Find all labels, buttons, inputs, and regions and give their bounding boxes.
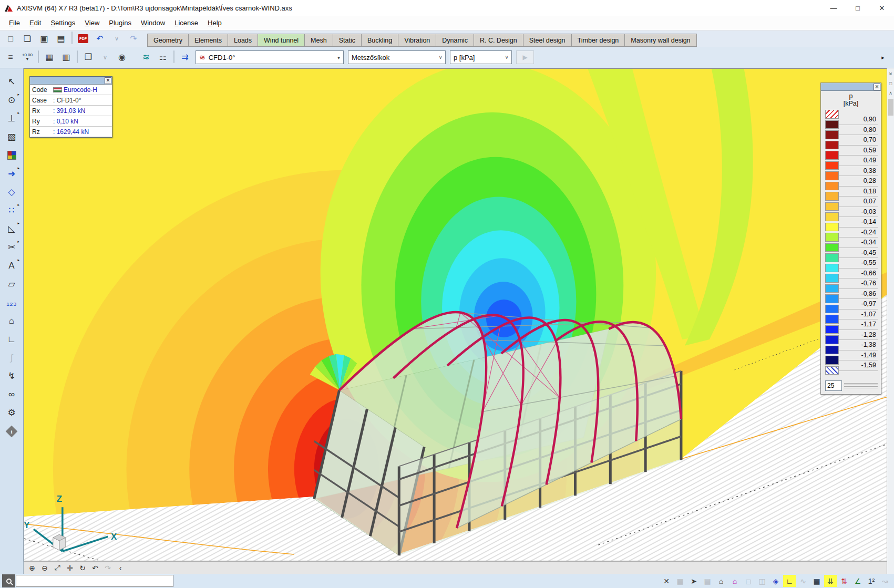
maximize-button[interactable]: □: [846, 0, 870, 16]
cfd-parameters-button[interactable]: ⚏: [155, 50, 171, 65]
close-icon[interactable]: ✕: [874, 84, 880, 90]
module-tab[interactable]: Dynamic: [436, 34, 474, 47]
close-button[interactable]: ✕: [870, 0, 894, 16]
section-planes-button[interactable]: ⇉: [177, 50, 193, 65]
module-tab[interactable]: Loads: [228, 34, 258, 47]
menu-item[interactable]: Edit: [25, 17, 46, 29]
delete-button[interactable]: ✕: [660, 575, 673, 587]
panel-close-button[interactable]: ✕: [888, 70, 894, 78]
menu-item[interactable]: Window: [136, 17, 170, 29]
drawings-dropdown-button[interactable]: ∨: [97, 50, 113, 65]
selection-tool[interactable]: ↖: [3, 74, 20, 90]
workplane-transform-tool[interactable]: ◇: [3, 184, 20, 200]
drawings-library-button[interactable]: ❒: [80, 50, 96, 65]
save-file-button[interactable]: ▣: [36, 32, 52, 46]
open-file-button[interactable]: ❏: [19, 32, 35, 46]
animation-button[interactable]: ▶: [516, 50, 534, 64]
table-display-button[interactable]: ▤: [701, 575, 714, 587]
highlighted-frame-button[interactable]: ⌂: [728, 575, 741, 587]
section-trace-button[interactable]: ∟: [783, 575, 796, 587]
legend-levels-input[interactable]: [825, 380, 842, 391]
cursor-mode-button[interactable]: ➤: [687, 575, 700, 587]
workplanes-tool[interactable]: ▱: [3, 276, 20, 292]
pdf-export-button[interactable]: PDF: [75, 32, 91, 46]
modify-intersect-tool[interactable]: ✂: [3, 239, 20, 255]
dimension-lines-tool[interactable]: ∷: [3, 202, 20, 219]
spring-display-button[interactable]: ∿: [797, 575, 809, 587]
structural-grid-tool[interactable]: ⌂: [3, 313, 20, 329]
annotation-tool[interactable]: A: [3, 257, 20, 274]
rotate-view-button[interactable]: ↻: [76, 563, 89, 573]
layer-manager-button[interactable]: ≡: [3, 50, 18, 65]
redo-button[interactable]: ↷: [126, 32, 141, 46]
views-tool[interactable]: ⊥: [3, 110, 20, 127]
component-group-combo[interactable]: Metszősíkok ˅: [348, 50, 446, 64]
module-tab[interactable]: Geometry: [147, 34, 188, 47]
module-tab[interactable]: Mesh: [304, 34, 333, 47]
mesh-display-button[interactable]: ▦: [810, 575, 823, 587]
toolbar-overflow-button[interactable]: ▸: [875, 50, 891, 65]
menu-item[interactable]: Settings: [46, 17, 80, 29]
load-display-button[interactable]: ⇊: [824, 575, 837, 587]
zoom-fit-button[interactable]: ⤢: [51, 563, 64, 573]
module-tab[interactable]: Timber design: [571, 34, 625, 47]
clipboard-button[interactable]: ◻: [742, 575, 755, 587]
report-maker-button[interactable]: ▥: [58, 50, 74, 65]
module-tab[interactable]: Steel design: [523, 34, 571, 47]
wind-profile-button[interactable]: ≋: [138, 50, 154, 65]
module-tab[interactable]: Elements: [188, 34, 228, 47]
module-tab[interactable]: Buckling: [361, 34, 398, 47]
module-tab[interactable]: Vibration: [398, 34, 436, 47]
result-component-combo[interactable]: p [kPa] ˅: [450, 50, 512, 64]
menu-item[interactable]: File: [4, 17, 25, 29]
coordinate-system-button[interactable]: ∠: [851, 575, 864, 587]
options-tool[interactable]: ⚙: [3, 405, 20, 421]
numbering-button[interactable]: 1²: [865, 575, 878, 587]
virtual-beam-tool[interactable]: ∫: [3, 349, 20, 366]
menu-item[interactable]: Help: [203, 17, 227, 29]
module-tab[interactable]: R. C. Design: [474, 34, 523, 47]
save-to-drawings-library-button[interactable]: ◉: [114, 50, 130, 65]
command-input[interactable]: [16, 575, 173, 587]
undo-dropdown-button[interactable]: ∨: [109, 32, 125, 46]
undo-view-button[interactable]: ↶: [89, 563, 101, 573]
geometric-transformations-tool[interactable]: ➜: [3, 166, 20, 182]
minimize-button[interactable]: —: [821, 0, 846, 16]
display-mode-tool[interactable]: ▧: [3, 129, 20, 145]
transform-button[interactable]: ◈: [769, 575, 782, 587]
load-case-combo[interactable]: ≋ CFD1-0° ▾: [196, 50, 344, 64]
command-search-button[interactable]: [2, 574, 15, 587]
zoom-tool[interactable]: ⊙: [3, 92, 20, 108]
new-file-button[interactable]: □: [3, 32, 18, 46]
geometry-tools-tool[interactable]: ◺: [3, 221, 20, 237]
frame-display-button[interactable]: ⌂: [715, 575, 727, 587]
print-button[interactable]: ▤: [53, 32, 69, 46]
legend-titlebar[interactable]: ✕: [821, 83, 881, 91]
split-view-button[interactable]: ◫: [756, 575, 768, 587]
menu-item[interactable]: Plugins: [104, 17, 136, 29]
grid-settings-button[interactable]: ▦: [674, 575, 686, 587]
redo-view-button[interactable]: ↷: [101, 563, 114, 573]
module-tab[interactable]: Wind tunnel: [258, 34, 304, 47]
result-panel-titlebar[interactable]: ✕: [30, 77, 112, 85]
menu-item[interactable]: License: [170, 17, 203, 29]
scroll-up-button[interactable]: ∧: [888, 89, 894, 97]
close-icon[interactable]: ✕: [105, 77, 111, 84]
zoom-out-button[interactable]: ⊖: [38, 563, 51, 573]
panel-restore-button[interactable]: □: [888, 80, 894, 87]
local-axes-button[interactable]: ↝: [879, 575, 891, 587]
pan-button[interactable]: ✛: [64, 563, 76, 573]
color-coding-tool[interactable]: [3, 147, 20, 163]
table-browser-button[interactable]: ▦: [42, 50, 57, 65]
undo-button[interactable]: ↶: [92, 32, 108, 46]
reactions-display-button[interactable]: ⇅: [838, 575, 850, 587]
zoom-in-button[interactable]: ⊕: [26, 563, 38, 573]
model-viewport[interactable]: Z Y X ✕ Code Eurocode-H Case: [24, 68, 887, 561]
collapse-view-toolbar-button[interactable]: ‹: [114, 563, 127, 573]
module-tab[interactable]: Masonry wall design: [624, 34, 696, 47]
parts-tool[interactable]: ↯: [3, 368, 20, 384]
cfd-pressure-scene[interactable]: Z Y X: [24, 69, 887, 561]
scrollbar-thumb[interactable]: [888, 99, 893, 116]
story-level-button[interactable]: ±0.00 ▼: [19, 50, 35, 65]
menu-item[interactable]: View: [80, 17, 104, 29]
